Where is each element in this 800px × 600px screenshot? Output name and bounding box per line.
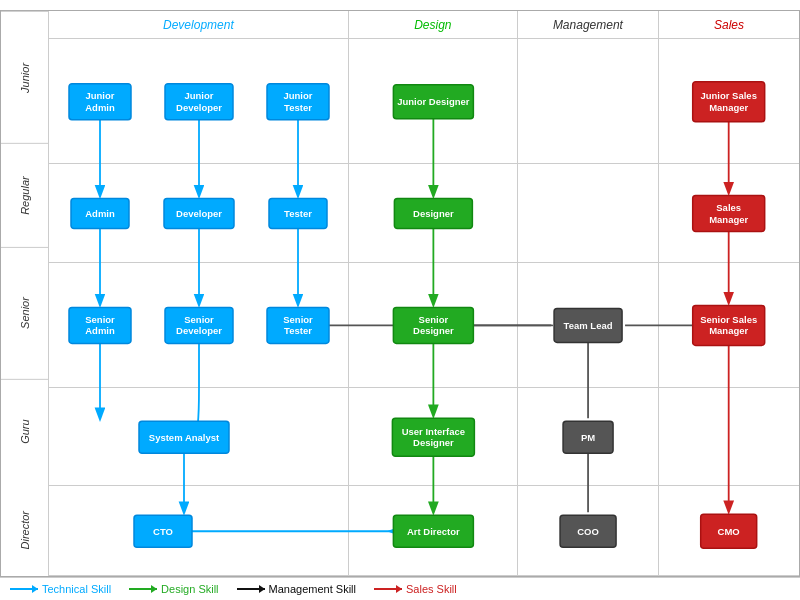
- col-header-sales: Sales: [659, 11, 799, 38]
- rows-container: Junior AdminJunior DeveloperJunior Teste…: [49, 39, 799, 576]
- legend-management: Management Skill: [237, 583, 356, 595]
- legend-sales: Sales Skill: [374, 583, 457, 595]
- cell-regular-sales: [659, 164, 799, 262]
- col-header-development: Development: [49, 11, 349, 38]
- legend-technical: Technical Skill: [10, 583, 111, 595]
- grid-area: Development Design Management Sales: [49, 11, 799, 576]
- label-director: Director: [1, 483, 48, 577]
- page-title: [0, 0, 800, 10]
- label-junior: Junior: [1, 11, 48, 143]
- row-director: [49, 486, 799, 576]
- legend-arrow-design: [129, 588, 157, 590]
- legend-arrow-management: [237, 588, 265, 590]
- legend-design: Design Skill: [129, 583, 218, 595]
- label-senior: Senior: [1, 247, 48, 379]
- legend-arrow-sales: [374, 588, 402, 590]
- cell-guru-sales: [659, 388, 799, 486]
- cell-senior-mgmt: [518, 263, 659, 387]
- row-junior: [49, 39, 799, 164]
- label-regular: Regular: [1, 143, 48, 247]
- cell-director-dev: [49, 486, 349, 575]
- cell-junior-design: [349, 39, 518, 163]
- cell-director-design: [349, 486, 518, 575]
- row-guru: [49, 388, 799, 487]
- chart-area: Junior Regular Senior Guru Director Deve…: [0, 10, 800, 577]
- cell-regular-mgmt: [518, 164, 659, 262]
- label-guru: Guru: [1, 379, 48, 483]
- cell-guru-mgmt: [518, 388, 659, 486]
- cell-senior-design: [349, 263, 518, 387]
- legend: Technical Skill Design Skill Management …: [0, 577, 800, 600]
- cell-director-mgmt: [518, 486, 659, 575]
- col-headers: Development Design Management Sales: [49, 11, 799, 39]
- cell-regular-design: [349, 164, 518, 262]
- cell-junior-dev: [49, 39, 349, 163]
- col-header-design: Design: [349, 11, 518, 38]
- legend-label-technical: Technical Skill: [42, 583, 111, 595]
- row-regular: [49, 164, 799, 263]
- cell-junior-mgmt: [518, 39, 659, 163]
- cell-regular-dev: [49, 164, 349, 262]
- cell-guru-design: [349, 388, 518, 486]
- main-container: Junior Regular Senior Guru Director Deve…: [0, 0, 800, 600]
- cell-director-sales: [659, 486, 799, 575]
- row-labels: Junior Regular Senior Guru Director: [1, 11, 49, 576]
- cell-senior-dev: [49, 263, 349, 387]
- cell-guru-dev: [49, 388, 349, 486]
- row-senior: [49, 263, 799, 388]
- cell-junior-sales: [659, 39, 799, 163]
- col-header-management: Management: [518, 11, 659, 38]
- legend-arrow-technical: [10, 588, 38, 590]
- legend-label-management: Management Skill: [269, 583, 356, 595]
- legend-label-design: Design Skill: [161, 583, 218, 595]
- legend-label-sales: Sales Skill: [406, 583, 457, 595]
- cell-senior-sales: [659, 263, 799, 387]
